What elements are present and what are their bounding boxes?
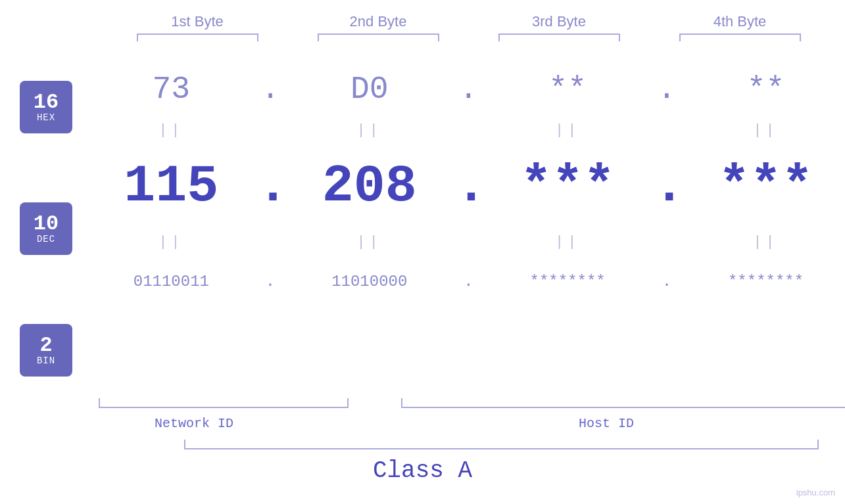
top-brackets [107,34,831,41]
hex-b2: D0 [297,72,442,107]
hex-badge: 16 HEX [20,81,72,133]
class-a-label: Class A [373,457,472,484]
bin-b1: 01110011 [99,273,243,290]
eq-2-b3: || [495,234,640,250]
bin-dot-1: . [257,273,283,290]
hex-b4: ** [694,72,838,107]
network-id-bracket [99,398,349,408]
eq-1-b3: || [495,122,640,139]
bin-badge-label: BIN [37,356,55,365]
dec-badge-wrapper: 10 DEC [20,176,72,281]
bin-b3: ******** [495,273,640,290]
hex-dot-2: . [455,72,481,107]
id-labels: Network ID Host ID [92,410,845,436]
bin-b2: 11010000 [297,273,442,290]
hex-badge-num: 16 [34,92,59,113]
brackets-inner [92,398,845,410]
col-header-1: 1st Byte [125,13,270,30]
bracket-top-3 [498,34,620,41]
equals-row-2: || || || || [92,229,845,255]
host-id-label: Host ID [579,416,634,431]
bin-badge: 2 BIN [20,324,72,377]
bracket-top-2 [318,34,439,41]
hex-badge-wrapper: 16 HEX [20,64,72,150]
hex-dot-3: . [654,72,680,107]
class-a-row: Class A [0,457,845,484]
main-container: 1st Byte 2nd Byte 3rd Byte 4th Byte 16 H… [0,0,845,504]
brackets-area: Network ID Host ID [0,398,845,436]
bracket-top-1 [137,34,258,41]
bin-badge-num: 2 [39,335,52,356]
equals-row-1: || || || || [92,117,845,143]
col-header-4: 4th Byte [667,13,812,30]
dec-dot-2: . [455,156,481,216]
eq-1-b1: || [99,122,243,139]
bin-b4: ******** [694,273,838,290]
col-header-3: 3rd Byte [487,13,631,30]
bin-dot-2: . [455,273,481,290]
left-badges: 16 HEX 10 DEC 2 BIN [0,51,92,393]
dec-dot-1: . [257,156,283,216]
dec-dot-3: . [654,156,680,216]
hex-data-row: 73 . D0 . ** . ** [92,51,845,117]
host-id-bracket [401,398,845,408]
eq-2-b2: || [297,234,442,250]
eq-1-b2: || [297,122,442,139]
dec-b4: *** [694,156,838,216]
network-id-label: Network ID [155,416,233,431]
dec-badge-num: 10 [34,214,59,235]
column-headers: 1st Byte 2nd Byte 3rd Byte 4th Byte [107,13,831,30]
bin-data-row: 01110011 . 11010000 . ******** . *******… [92,255,845,308]
dec-badge: 10 DEC [20,202,72,255]
eq-2-b4: || [694,234,838,250]
dec-b3: *** [495,156,640,216]
dec-b2: 208 [297,156,442,216]
dec-data-row: 115 . 208 . *** . *** [92,143,845,229]
full-bottom-bracket [184,440,819,449]
watermark: ipshu.com [796,488,835,497]
right-content: 73 . D0 . ** . ** || || || || 115 [92,51,845,393]
hex-b3: ** [495,72,640,107]
dec-badge-label: DEC [37,235,55,244]
hex-dot-1: . [257,72,283,107]
content-area: 16 HEX 10 DEC 2 BIN [0,51,845,393]
bin-badge-wrapper: 2 BIN [20,308,72,393]
bracket-top-4 [679,34,801,41]
col-header-2: 2nd Byte [306,13,450,30]
eq-2-b1: || [99,234,243,250]
bin-dot-3: . [654,273,680,290]
eq-1-b4: || [694,122,838,139]
full-bracket-container [0,440,845,449]
hex-b1: 73 [99,72,243,107]
hex-badge-label: HEX [37,113,55,122]
dec-b1: 115 [99,156,243,216]
